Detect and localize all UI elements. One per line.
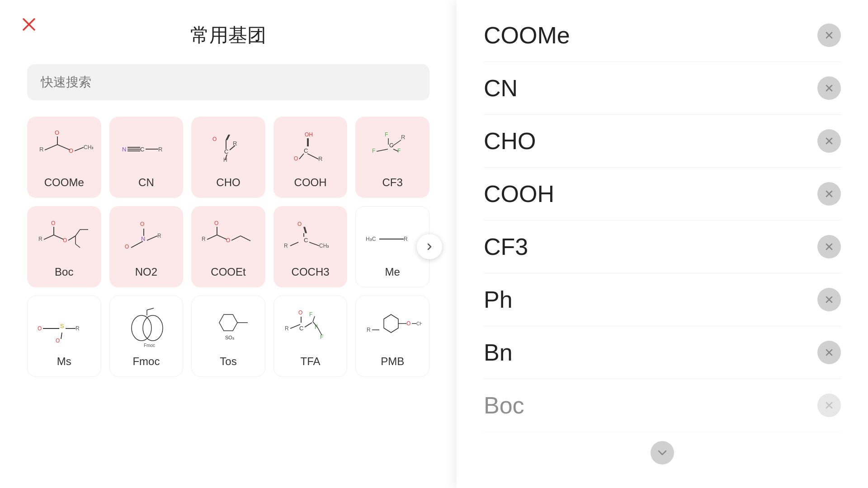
grid-item-boc-label: Boc (55, 266, 73, 278)
svg-text:F: F (309, 311, 312, 318)
svg-text:OH: OH (305, 131, 313, 138)
right-item-coome-remove[interactable] (817, 23, 841, 47)
svg-line-3 (45, 145, 57, 150)
svg-text:C: C (389, 142, 393, 149)
svg-line-74 (290, 242, 298, 246)
svg-line-102 (305, 323, 312, 327)
svg-text:O: O (69, 147, 73, 154)
svg-line-68 (241, 236, 250, 241)
grid-item-cooh[interactable]: OH C R O COOH (274, 117, 348, 198)
cn-structure: N C R (117, 127, 175, 172)
right-item-cho-remove[interactable] (817, 129, 841, 153)
page-title: 常用基团 (27, 23, 429, 48)
grid-item-boc[interactable]: R O O Boc (27, 206, 101, 287)
grid-item-cho[interactable]: O C H R CHO (191, 117, 265, 198)
grid-item-cn-label: CN (138, 176, 154, 189)
grid-item-tfa[interactable]: R O C F F F TFA (274, 296, 348, 377)
search-input[interactable] (27, 64, 429, 100)
svg-text:O: O (406, 320, 410, 327)
svg-line-30 (307, 154, 318, 159)
svg-line-47 (54, 235, 64, 239)
remove-bn-icon (824, 347, 835, 358)
right-item-ph: Ph (484, 273, 841, 326)
grid-item-tfa-label: TFA (301, 355, 321, 368)
coch3-structure: O C R CH₃ (281, 216, 340, 261)
right-item-coome: COOMe (484, 9, 841, 62)
svg-text:O: O (125, 244, 129, 250)
right-item-cf3: CF3 (484, 221, 841, 273)
svg-line-108 (317, 327, 322, 335)
right-item-bn-remove[interactable] (817, 341, 841, 364)
right-item-bn-label: Bn (484, 339, 513, 366)
right-item-cf3-remove[interactable] (817, 235, 841, 258)
right-item-ph-label: Ph (484, 286, 513, 313)
remove-cf3-icon (824, 241, 835, 252)
grid-item-pmb[interactable]: R O CH₃ PMB (355, 296, 429, 377)
close-icon (21, 16, 37, 33)
tos-structure: SO₂ (199, 305, 258, 351)
remove-cn-icon (824, 83, 835, 94)
close-button[interactable] (18, 14, 40, 35)
remove-cooh-icon (824, 188, 835, 199)
grid-item-coome[interactable]: R O O CH₃ COOMe (27, 117, 101, 198)
right-panel: COOMe CN CHO COOH (457, 0, 868, 488)
right-item-boc-remove[interactable] (817, 394, 841, 417)
svg-point-89 (143, 315, 163, 341)
grid-item-cf3[interactable]: F F F C R CF3 (355, 117, 429, 198)
tfa-structure: R O C F F F (281, 305, 340, 351)
cooet-structure: R O O (199, 216, 258, 261)
svg-line-58 (131, 241, 143, 248)
right-item-cn-remove[interactable] (817, 76, 841, 100)
svg-text:R: R (401, 134, 405, 141)
remove-cho-icon (824, 136, 835, 146)
svg-text:N: N (122, 146, 126, 153)
svg-line-91 (147, 308, 154, 310)
svg-line-39 (377, 149, 388, 151)
right-item-boc-label: Boc (484, 392, 524, 419)
svg-text:C: C (299, 325, 303, 332)
grid-item-cf3-label: CF3 (382, 176, 403, 189)
svg-line-25 (230, 145, 235, 150)
grid-item-coch3[interactable]: O C R CH₃ COCH3 (274, 206, 348, 287)
svg-line-76 (309, 242, 319, 246)
svg-point-88 (132, 315, 151, 341)
svg-text:N: N (141, 235, 145, 242)
svg-text:C: C (224, 148, 228, 155)
next-button[interactable] (417, 234, 442, 259)
coome-structure: R O O CH₃ (35, 127, 94, 172)
svg-text:O: O (51, 220, 55, 226)
right-item-cooh-remove[interactable] (817, 182, 841, 206)
remove-boc-icon (824, 400, 835, 411)
svg-text:O: O (63, 237, 67, 244)
svg-text:CH₃: CH₃ (416, 321, 422, 326)
grid-item-tos-label: Tos (220, 355, 236, 368)
grid-item-ms[interactable]: O O S R Ms (27, 296, 101, 377)
scroll-down-button[interactable] (651, 441, 674, 465)
svg-line-44 (44, 235, 54, 239)
svg-line-50 (75, 230, 80, 236)
grid-item-cn[interactable]: N C R CN (109, 117, 184, 198)
svg-line-106 (313, 316, 315, 322)
svg-text:O: O (298, 310, 302, 316)
svg-text:O: O (294, 155, 298, 162)
grid-item-me-label: Me (385, 266, 400, 278)
svg-marker-111 (384, 314, 398, 333)
me-structure: H₃C R (363, 216, 422, 261)
grid-item-no2[interactable]: O O N R NO2 (109, 206, 184, 287)
grid-item-cooet[interactable]: R O O COOEt (191, 206, 265, 287)
right-item-cf3-label: CF3 (484, 233, 528, 260)
cf3-structure: F F F C R (363, 127, 422, 172)
svg-text:CH₃: CH₃ (319, 243, 329, 249)
right-item-coome-label: COOMe (484, 22, 570, 49)
chevron-right-icon (424, 241, 435, 252)
right-item-bn: Bn (484, 326, 841, 379)
svg-text:R: R (157, 233, 161, 239)
grid-item-tos[interactable]: SO₂ Tos (191, 296, 265, 377)
remove-icon (824, 30, 835, 41)
right-item-ph-remove[interactable] (817, 288, 841, 311)
svg-text:R: R (39, 146, 43, 153)
no2-structure: O O N R (117, 216, 175, 261)
svg-text:C: C (304, 237, 308, 244)
svg-text:R: R (367, 327, 371, 333)
grid-item-fmoc[interactable]: Fmoc Fmoc (109, 296, 184, 377)
